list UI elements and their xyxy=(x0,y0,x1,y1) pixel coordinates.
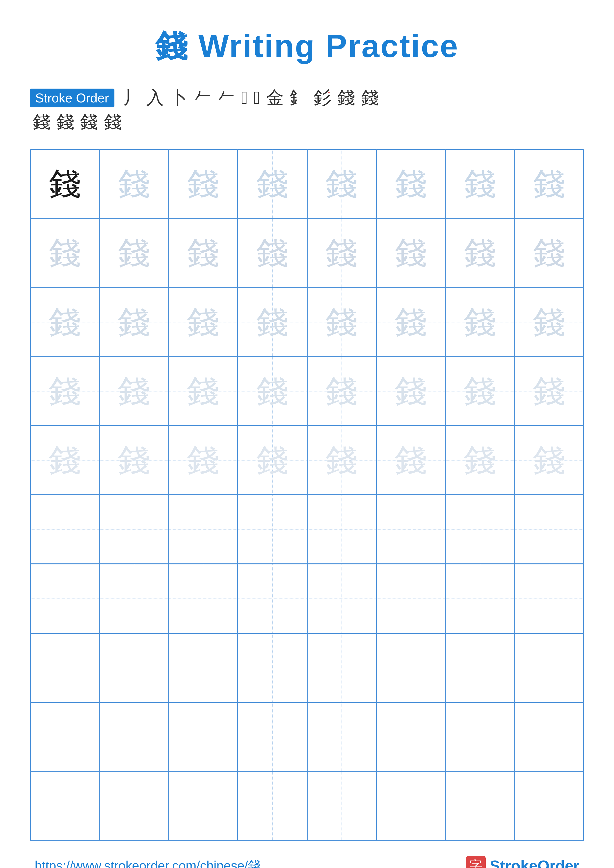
grid-cell-10-5[interactable] xyxy=(307,772,376,840)
grid-cell-4-3[interactable]: 錢 xyxy=(169,356,238,426)
grid-cell-2-2[interactable]: 錢 xyxy=(99,219,168,288)
grid-cell-7-4[interactable] xyxy=(238,564,307,633)
grid-cell-7-5[interactable] xyxy=(307,564,376,633)
grid-cell-8-5[interactable] xyxy=(307,633,376,702)
grid-cell-7-8[interactable] xyxy=(515,564,584,633)
grid-row-7 xyxy=(30,564,584,633)
grid-cell-4-2[interactable]: 錢 xyxy=(99,356,168,426)
stroke-1: 丿 xyxy=(122,88,140,108)
grid-cell-8-4[interactable] xyxy=(238,633,307,702)
stroke-11: 錢 xyxy=(337,88,355,108)
grid-cell-9-4[interactable] xyxy=(238,702,307,771)
grid-cell-3-1[interactable]: 錢 xyxy=(30,288,99,356)
grid-cell-5-4[interactable]: 錢 xyxy=(238,426,307,495)
grid-cell-6-3[interactable] xyxy=(169,495,238,564)
brand-char: 字 xyxy=(469,857,482,868)
grid-cell-10-2[interactable] xyxy=(99,772,168,840)
grid-cell-8-1[interactable] xyxy=(30,633,99,702)
grid-cell-2-8[interactable]: 錢 xyxy=(515,219,584,288)
grid-cell-2-3[interactable]: 錢 xyxy=(169,219,238,288)
grid-cell-6-2[interactable] xyxy=(99,495,168,564)
grid-cell-5-8[interactable]: 錢 xyxy=(515,426,584,495)
grid-cell-1-3[interactable]: 錢 xyxy=(169,149,238,218)
grid-cell-10-8[interactable] xyxy=(515,772,584,840)
grid-cell-2-5[interactable]: 錢 xyxy=(307,219,376,288)
page: 錢 Writing Practice Stroke Order 丿 入 卜 𠂉 … xyxy=(0,0,614,868)
grid-cell-9-7[interactable] xyxy=(445,702,515,771)
grid-cell-8-2[interactable] xyxy=(99,633,168,702)
grid-cell-7-6[interactable] xyxy=(376,564,445,633)
grid-cell-3-6[interactable]: 錢 xyxy=(376,288,445,356)
grid-cell-10-1[interactable] xyxy=(30,772,99,840)
grid-cell-4-5[interactable]: 錢 xyxy=(307,356,376,426)
grid-cell-10-3[interactable] xyxy=(169,772,238,840)
grid-cell-1-6[interactable]: 錢 xyxy=(376,149,445,218)
grid-cell-6-5[interactable] xyxy=(307,495,376,564)
grid-cell-1-1[interactable]: 錢 xyxy=(30,149,99,218)
grid-cell-7-2[interactable] xyxy=(99,564,168,633)
grid-cell-5-2[interactable]: 錢 xyxy=(99,426,168,495)
stroke-4: 𠂉 xyxy=(194,88,211,108)
grid-cell-10-7[interactable] xyxy=(445,772,515,840)
grid-cell-5-6[interactable]: 錢 xyxy=(376,426,445,495)
grid-cell-2-1[interactable]: 錢 xyxy=(30,219,99,288)
grid-cell-3-7[interactable]: 錢 xyxy=(445,288,515,356)
practice-char-guide: 錢 xyxy=(464,168,496,200)
grid-cell-3-5[interactable]: 錢 xyxy=(307,288,376,356)
grid-row-6 xyxy=(30,495,584,564)
grid-cell-7-1[interactable] xyxy=(30,564,99,633)
grid-cell-9-3[interactable] xyxy=(169,702,238,771)
grid-cell-8-3[interactable] xyxy=(169,633,238,702)
grid-cell-9-5[interactable] xyxy=(307,702,376,771)
grid-cell-7-7[interactable] xyxy=(445,564,515,633)
grid-cell-5-7[interactable]: 錢 xyxy=(445,426,515,495)
grid-row-4: 錢 錢 錢 錢 錢 錢 錢 錢 xyxy=(30,356,584,426)
grid-row-1: 錢 錢 錢 錢 錢 錢 錢 錢 xyxy=(30,149,584,218)
grid-cell-9-1[interactable] xyxy=(30,702,99,771)
grid-cell-3-4[interactable]: 錢 xyxy=(238,288,307,356)
grid-cell-2-7[interactable]: 錢 xyxy=(445,219,515,288)
grid-cell-10-6[interactable] xyxy=(376,772,445,840)
grid-cell-9-6[interactable] xyxy=(376,702,445,771)
grid-cell-4-1[interactable]: 錢 xyxy=(30,356,99,426)
grid-cell-2-4[interactable]: 錢 xyxy=(238,219,307,288)
grid-cell-7-3[interactable] xyxy=(169,564,238,633)
stroke-5: 𠂉 xyxy=(218,88,235,108)
grid-cell-4-4[interactable]: 錢 xyxy=(238,356,307,426)
grid-cell-1-4[interactable]: 錢 xyxy=(238,149,307,218)
stroke-9: 釒 xyxy=(290,88,308,108)
grid-cell-2-6[interactable]: 錢 xyxy=(376,219,445,288)
stroke-10: 釤・ xyxy=(314,88,331,108)
grid-cell-4-6[interactable]: 錢 xyxy=(376,356,445,426)
stroke-16: 錢 xyxy=(104,110,122,134)
grid-cell-6-8[interactable] xyxy=(515,495,584,564)
grid-cell-4-7[interactable]: 錢 xyxy=(445,356,515,426)
grid-cell-1-2[interactable]: 錢 xyxy=(99,149,168,218)
footer-url[interactable]: https://www.strokeorder.com/chinese/錢 xyxy=(35,857,261,868)
grid-cell-8-6[interactable] xyxy=(376,633,445,702)
grid-cell-4-8[interactable]: 錢 xyxy=(515,356,584,426)
grid-cell-5-1[interactable]: 錢 xyxy=(30,426,99,495)
grid-cell-3-8[interactable]: 錢 xyxy=(515,288,584,356)
grid-cell-3-2[interactable]: 錢 xyxy=(99,288,168,356)
grid-cell-10-4[interactable] xyxy=(238,772,307,840)
stroke-3: 卜 xyxy=(170,88,188,108)
grid-cell-6-6[interactable] xyxy=(376,495,445,564)
grid-cell-8-7[interactable] xyxy=(445,633,515,702)
grid-cell-9-2[interactable] xyxy=(99,702,168,771)
grid-cell-6-7[interactable] xyxy=(445,495,515,564)
grid-cell-5-5[interactable]: 錢 xyxy=(307,426,376,495)
stroke-order-badge: Stroke Order xyxy=(30,88,114,107)
stroke-13: 錢 xyxy=(33,110,51,134)
grid-cell-5-3[interactable]: 錢 xyxy=(169,426,238,495)
grid-row-10 xyxy=(30,772,584,840)
grid-cell-6-1[interactable] xyxy=(30,495,99,564)
grid-cell-8-8[interactable] xyxy=(515,633,584,702)
grid-cell-1-5[interactable]: 錢 xyxy=(307,149,376,218)
stroke-7: 𠄌 xyxy=(253,88,260,108)
grid-cell-6-4[interactable] xyxy=(238,495,307,564)
grid-cell-1-8[interactable]: 錢 xyxy=(515,149,584,218)
grid-cell-1-7[interactable]: 錢 xyxy=(445,149,515,218)
grid-cell-9-8[interactable] xyxy=(515,702,584,771)
grid-cell-3-3[interactable]: 錢 xyxy=(169,288,238,356)
